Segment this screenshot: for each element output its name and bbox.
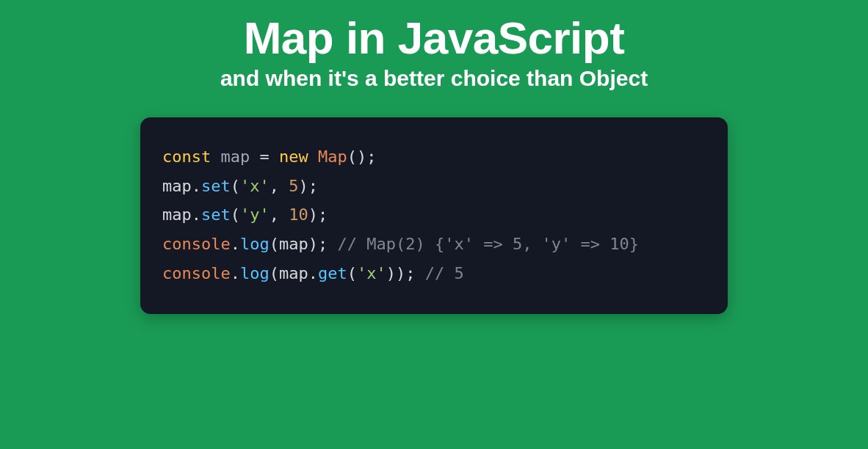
code-token: // 5 <box>425 264 464 282</box>
code-token: ( <box>231 177 240 195</box>
code-line: map.set('x', 5); <box>162 172 706 201</box>
code-token: . <box>231 264 240 282</box>
code-token: set <box>201 205 231 224</box>
code-token: log <box>240 235 270 253</box>
code-token: 5 <box>289 177 298 195</box>
code-token: . <box>308 264 318 282</box>
code-token: new <box>279 147 318 166</box>
code-token: map <box>220 147 250 166</box>
code-token: ); <box>299 177 319 195</box>
code-line: const map = new Map(); <box>162 142 706 172</box>
code-token: )); <box>386 264 425 282</box>
code-token: log <box>240 264 270 282</box>
code-token: ); <box>308 235 338 253</box>
code-token: set <box>201 177 231 195</box>
code-token: . <box>192 205 201 224</box>
code-token: get <box>318 264 347 282</box>
code-token: ); <box>308 205 328 224</box>
code-token: ( <box>270 264 279 282</box>
code-token: 10 <box>289 205 308 224</box>
code-token: ( <box>270 235 279 253</box>
page-subtitle: and when it's a better choice than Objec… <box>220 66 648 91</box>
page-title: Map in JavaScript <box>244 13 625 63</box>
code-block: const map = new Map();map.set('x', 5);ma… <box>140 117 728 314</box>
code-line: console.log(map.get('x')); // 5 <box>162 259 706 288</box>
code-token: console <box>162 264 231 282</box>
code-token: 'y' <box>240 205 270 224</box>
code-line: console.log(map); // Map(2) {'x' => 5, '… <box>162 230 706 259</box>
code-token: map <box>162 177 192 195</box>
code-token: map <box>162 205 192 224</box>
code-token: = <box>250 147 279 166</box>
code-token: 'x' <box>357 264 386 282</box>
code-token: 'x' <box>240 177 270 195</box>
code-token: map <box>279 235 308 253</box>
code-token: . <box>192 177 201 195</box>
code-token: ( <box>231 205 240 224</box>
code-token: console <box>162 235 231 253</box>
code-token: const <box>162 147 220 166</box>
code-token: (); <box>347 147 377 166</box>
code-line: map.set('y', 10); <box>162 200 706 230</box>
code-token: Map <box>318 147 347 166</box>
code-token: ( <box>347 264 357 282</box>
code-token: // Map(2) {'x' => 5, 'y' => 10} <box>337 235 639 253</box>
code-token: , <box>270 205 289 224</box>
code-token: , <box>270 177 289 195</box>
code-token: . <box>231 235 240 253</box>
code-token: map <box>279 264 308 282</box>
